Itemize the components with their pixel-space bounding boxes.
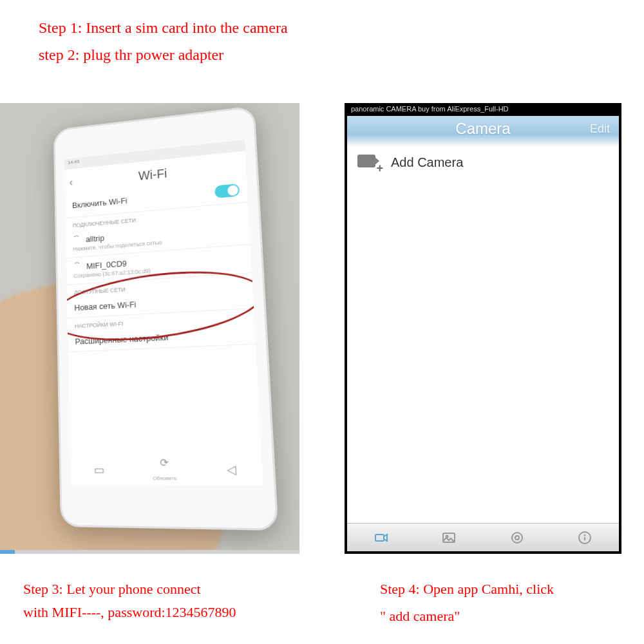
video-progress-bar[interactable] <box>0 550 299 554</box>
add-camera-label: Add Camera <box>391 155 463 170</box>
app-header-bar: Camera Edit <box>347 116 619 147</box>
video-caption-bar: panoramic CAMERA buy from AliExpress_Ful… <box>347 103 619 116</box>
add-camera-row[interactable]: + Add Camera <box>347 147 619 178</box>
network-name: MIFI_0CD9 <box>86 259 127 271</box>
wifi-signal-icon <box>73 235 80 243</box>
wifi-toggle-switch[interactable] <box>214 184 240 198</box>
nav-back-icon[interactable]: ◁ <box>227 462 237 477</box>
status-time: 14:43 <box>68 159 79 166</box>
app-title: Camera <box>455 120 510 137</box>
instruction-step-4a: Step 4: Open app Camhi, click <box>380 581 554 598</box>
smartphone-device: 14:43 ‹ Wi-Fi Включить Wi-Fi ПОДКЛЮЧЕННЫ… <box>53 106 279 531</box>
nav-recents-icon[interactable]: ▭ <box>93 462 104 477</box>
nav-refresh-icon[interactable]: ⟳ <box>152 456 176 469</box>
tab-settings[interactable] <box>483 524 551 551</box>
phone-photo-panel: 14:43 ‹ Wi-Fi Включить Wi-Fi ПОДКЛЮЧЕННЫ… <box>0 103 299 554</box>
phone-screen: 14:43 ‹ Wi-Fi Включить Wi-Fi ПОДКЛЮЧЕННЫ… <box>64 140 263 486</box>
app-window: panoramic CAMERA buy from AliExpress_Ful… <box>347 103 619 551</box>
app-body-empty <box>347 178 619 523</box>
row-label: Новая сеть Wi-Fi <box>74 299 136 312</box>
network-name: alltrip <box>86 233 104 244</box>
svg-point-7 <box>585 535 585 535</box>
refresh-label: Обновить <box>153 475 176 482</box>
tab-camera[interactable] <box>347 524 415 551</box>
camera-add-icon: + <box>357 155 381 170</box>
app-screenshot-panel: panoramic CAMERA buy from AliExpress_Ful… <box>345 103 621 554</box>
wifi-toggle-label: Включить Wi-Fi <box>72 196 128 210</box>
video-caption-text: panoramic CAMERA buy from AliExpress_Ful… <box>351 105 509 113</box>
svg-point-3 <box>512 533 522 543</box>
app-tab-bar <box>347 523 619 551</box>
instruction-step-3b: with MIFI----, password:1234567890 <box>23 604 236 621</box>
instruction-step-1: Step 1: Insert a sim card into the camer… <box>39 19 288 37</box>
instruction-step-3a: Step 3: Let your phone connect <box>23 581 201 598</box>
tab-gallery[interactable] <box>415 524 484 551</box>
phone-nav-dock: ▭ ⟳ Обновить ◁ <box>70 453 263 486</box>
instruction-step-4b: " add camera" <box>380 608 460 625</box>
svg-point-4 <box>515 536 519 540</box>
wifi-signal-icon <box>73 262 80 270</box>
svg-rect-0 <box>375 535 384 541</box>
back-icon[interactable]: ‹ <box>69 176 73 189</box>
instruction-step-2: step 2: plug thr power adapter <box>39 46 223 64</box>
row-label: Расширенные настройки <box>75 332 168 346</box>
tab-info[interactable] <box>551 524 620 551</box>
edit-button[interactable]: Edit <box>590 116 610 142</box>
wifi-title: Wi-Fi <box>138 166 167 182</box>
